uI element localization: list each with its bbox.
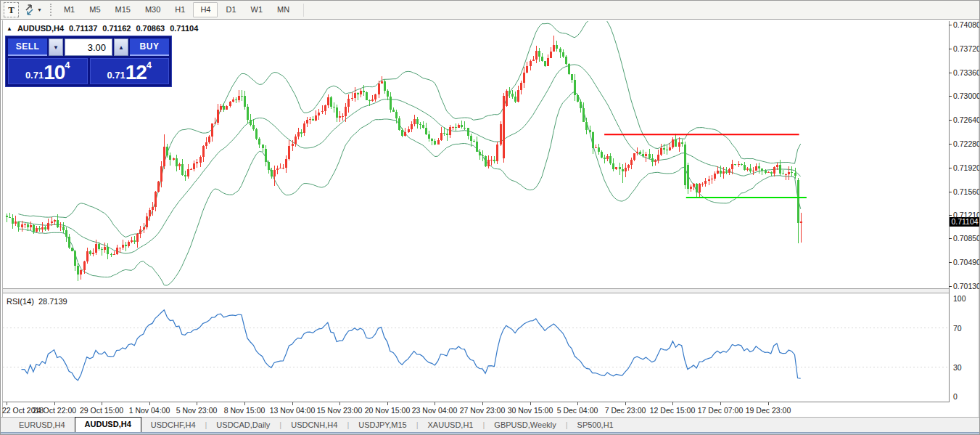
y-axis-label: 0.74080 [953,20,980,29]
x-axis-label: 5 Nov 23:00 [176,406,218,415]
volume-increase-button[interactable]: ▲ [114,38,128,56]
chart-ohlc-header: ▲ AUDUSD,H4 0.71137 0.71162 0.70863 0.71… [7,24,198,33]
timeframe-button-w1[interactable]: W1 [244,3,270,17]
buy-price-display[interactable]: 0.71124 [90,58,170,84]
y-axis-tick [949,49,952,49]
rsi-name: RSI(14) [7,297,34,306]
x-axis-tick [672,402,673,405]
mt4-window: T ▼ M1M5M15M30H1H4D1W1MN ▲ AUDUSD,H4 0.7… [0,0,980,435]
volume-decrease-button[interactable]: ▼ [49,38,63,56]
timeframe-button-h4[interactable]: H4 [193,2,218,17]
sell-price-prefix: 0.71 [25,68,44,83]
timeframe-button-h1[interactable]: H1 [168,3,192,17]
price-axis[interactable]: 0.71104 0.740800.737200.733600.730000.72… [949,21,980,402]
y-axis-label: 0.72640 [953,115,980,124]
chart-client-area: ▲ AUDUSD,H4 0.71137 0.71162 0.70863 0.71… [1,20,980,417]
x-axis-label: 7 Dec 23:00 [605,406,646,415]
window-bottom-edge [1,432,979,435]
chart-tab-usdcad-daily[interactable]: USDCAD,Daily [207,418,279,432]
volume-input[interactable] [65,38,112,56]
chart-tab-eurusd-h4[interactable]: EURUSD,H4 [9,418,75,432]
y-axis-tick [949,96,952,97]
y-axis-label: 0.71920 [953,163,980,172]
one-click-trading-panel: SELL ▼ ▲ BUY 0.71104 0.71124 [5,36,172,87]
x-axis-tick [339,402,340,405]
chart-tab-usdcnh-h4[interactable]: USDCNH,H4 [281,418,347,432]
y-axis-label: 0.70130 [953,282,980,290]
x-axis-label: 17 Dec 07:00 [698,406,743,415]
y-axis-label: 0.70850 [953,234,980,243]
timeframe-button-m5[interactable]: M5 [83,3,107,17]
rsi-level-label: 70 [953,324,962,333]
buy-price-sup: 4 [147,60,152,70]
toolbar-grip[interactable] [50,4,52,16]
collapse-triangle-icon[interactable]: ▲ [7,25,12,32]
x-axis-tick [625,402,626,405]
x-axis-label: 19 Dec 23:00 [746,406,791,415]
x-axis-tick [482,402,483,405]
x-axis-label: 24 Oct 22:00 [33,406,76,415]
y-axis-label: 0.73720 [953,44,980,53]
header-open: 0.71137 [69,24,97,33]
y-axis-tick [949,286,952,287]
timeframe-button-d1[interactable]: D1 [219,3,242,17]
toolbar-separator [303,4,304,17]
text-tool-icon: T [8,4,15,16]
chart-tab-usdchf-h4[interactable]: USDCHF,H4 [141,418,205,432]
x-axis-label: 30 Nov 15:00 [508,406,553,415]
y-axis-label: 0.73000 [953,92,980,100]
window-frame-left [2,20,3,417]
timeframe-button-m30[interactable]: M30 [139,3,167,17]
y-axis-tick [949,168,952,168]
rsi-level-label: 0 [953,392,958,401]
chart-tab-xauusd-h1[interactable]: XAUUSD,H1 [419,418,483,432]
x-axis-label: 13 Nov 04:00 [270,406,315,415]
x-axis-label: 12 Dec 15:00 [650,406,695,415]
y-axis-label: 0.73360 [953,68,980,77]
sell-price-big: 10 [44,62,65,83]
y-axis-tick [949,238,952,239]
x-axis-label: 15 Nov 23:00 [317,406,362,415]
x-axis-tick [102,402,102,405]
x-axis-tick [244,402,245,405]
x-axis-label: 5 Dec 04:00 [557,406,598,415]
down-arrow-icon: ▼ [53,44,59,51]
x-axis-tick [577,402,578,405]
chart-tab-usdjpy-m15[interactable]: USDJPY,M15 [349,418,416,432]
buy-price-prefix: 0.71 [107,68,125,83]
sell-price-sup: 4 [65,60,70,70]
up-arrow-icon: ▲ [118,44,124,51]
buy-button[interactable]: BUY [130,38,169,56]
y-axis-label: 0.72280 [953,139,980,148]
chart-tab-gbpusd-weekly[interactable]: GBPUSD,Weekly [485,418,565,432]
y-axis-label: 0.70490 [953,258,980,267]
timeframe-button-mn[interactable]: MN [271,3,296,17]
sell-price-display[interactable]: 0.71104 [8,58,88,84]
sell-button[interactable]: SELL [8,38,47,56]
chart-tab-audusd-h4[interactable]: AUDUSD,H4 [75,417,141,432]
header-high: 0.71162 [102,24,131,33]
header-symbol: AUDUSD,H4 [17,24,64,33]
rsi-value: 28.7139 [38,297,67,306]
x-axis-label: 27 Nov 23:00 [460,406,505,415]
x-axis-tick [720,402,721,405]
y-axis-tick [949,262,952,263]
header-low: 0.70863 [136,24,165,33]
chart-tab-sp500-h1[interactable]: SP500,H1 [568,418,623,432]
rsi-level-label: 30 [953,363,962,372]
timeframe-button-m15[interactable]: M15 [109,3,137,17]
x-axis-label: 29 Oct 15:00 [80,406,123,415]
x-axis-label: 23 Nov 04:00 [412,406,457,415]
pane-separator [3,293,949,293]
y-axis-tick [949,25,952,25]
rsi-level-label: 100 [953,294,966,303]
autoscale-tool-button[interactable]: ▼ [21,3,45,17]
x-axis-label: 20 Nov 15:00 [365,406,410,415]
x-axis-tick [149,402,150,405]
time-axis[interactable]: 22 Oct 201824 Oct 22:0029 Oct 15:001 Nov… [1,402,949,417]
dropdown-caret-icon[interactable]: ▼ [37,7,42,12]
timeframe-button-m1[interactable]: M1 [57,3,81,17]
text-tool-button[interactable]: T [4,2,19,17]
x-axis-tick [530,402,531,405]
header-close: 0.71104 [170,24,198,33]
